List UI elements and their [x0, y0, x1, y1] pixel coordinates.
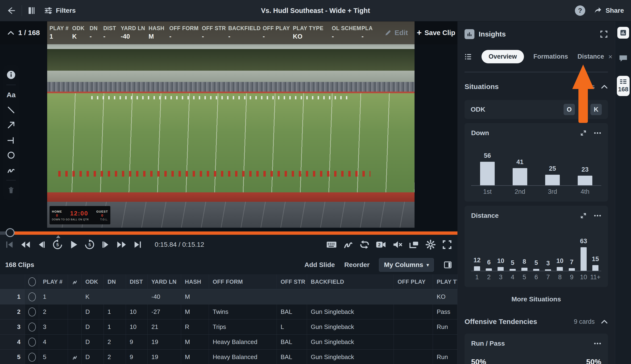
loop-button[interactable]: [359, 240, 370, 250]
rewind-5-button[interactable]: 5: [52, 240, 63, 250]
save-clip-button[interactable]: + Save Clip: [414, 21, 458, 44]
bar-3rd[interactable]: 25: [536, 165, 569, 185]
add-slide-button[interactable]: Add Slide: [304, 261, 335, 269]
table-header-cell[interactable]: PLAY TYP: [433, 274, 458, 289]
tab-overview[interactable]: Overview: [482, 50, 524, 63]
select-circle[interactable]: [28, 322, 36, 332]
insights-rail-button[interactable]: [617, 27, 629, 38]
table-header-cell[interactable]: HASH: [181, 274, 209, 289]
seek-bar[interactable]: [0, 232, 458, 235]
reorder-button[interactable]: Reorder: [344, 261, 369, 269]
arrow-tool[interactable]: [6, 120, 16, 130]
bar-8[interactable]: 10: [554, 257, 566, 271]
share-button[interactable]: Share: [594, 6, 624, 15]
previous-clip-button[interactable]: [4, 240, 15, 250]
video-frame[interactable]: HOME0 12:00 GUEST0 DOWN TO GO BALL ON QT…: [47, 21, 414, 228]
line-tool[interactable]: [6, 105, 16, 115]
bar-5[interactable]: 8: [519, 258, 530, 271]
table-header-cell[interactable]: OFF FORM: [209, 274, 277, 289]
expand-card-icon[interactable]: [580, 212, 587, 219]
table-header-cell[interactable]: [68, 274, 82, 289]
delete-drawing-tool[interactable]: [6, 185, 16, 196]
card-menu-icon[interactable]: [594, 214, 601, 217]
filters-button[interactable]: Filters: [44, 6, 76, 15]
select-circle[interactable]: [28, 338, 36, 346]
table-header-cell[interactable]: DN: [104, 274, 126, 289]
select-circle[interactable]: [28, 308, 36, 316]
odk-button-o[interactable]: O: [564, 104, 575, 115]
table-header-cell[interactable]: DIST: [126, 274, 148, 289]
select-circle[interactable]: [28, 292, 36, 301]
table-cell: 5: [0, 350, 25, 364]
bar-7[interactable]: 3: [542, 260, 554, 271]
comments-rail-button[interactable]: [619, 54, 628, 63]
seek-knob[interactable]: [6, 228, 15, 237]
edit-clip-button[interactable]: Edit: [385, 29, 408, 37]
table-row[interactable]: 33D11021RTripsLGun SinglebackRun: [0, 320, 458, 334]
card-list-icon[interactable]: [465, 53, 472, 60]
bar-9[interactable]: 7: [566, 258, 578, 271]
mute-button[interactable]: [392, 240, 403, 250]
fast-forward-button[interactable]: [116, 240, 127, 250]
more-situations-link[interactable]: More Situations: [465, 296, 608, 303]
overlay-column-play-: PLAY #1: [50, 25, 72, 40]
bar-1[interactable]: 12: [471, 257, 483, 271]
forward-5-button[interactable]: 5: [84, 240, 95, 250]
bar-4[interactable]: 5: [507, 259, 519, 271]
back-button[interactable]: [6, 6, 16, 16]
bar-11+[interactable]: 15: [589, 256, 601, 271]
bar-3[interactable]: 10: [495, 257, 507, 271]
frame-forward-button[interactable]: [100, 240, 111, 250]
rewind-button[interactable]: [20, 240, 31, 250]
next-clip-button[interactable]: [132, 240, 143, 250]
my-columns-dropdown[interactable]: My Columns ▾: [379, 258, 434, 272]
table-row[interactable]: 44D2919MHeavy BalancedBALGun Singleback: [0, 334, 458, 350]
block-line-tool[interactable]: [6, 135, 16, 145]
table-header-cell[interactable]: OFF PLAY: [394, 274, 433, 289]
clip-navigator[interactable]: 1 / 168: [0, 21, 47, 44]
card-menu-icon[interactable]: [594, 132, 601, 134]
close-tab-icon[interactable]: ×: [608, 53, 613, 61]
bar-6[interactable]: 5: [530, 259, 542, 271]
bar-2[interactable]: 6: [483, 259, 495, 271]
collapse-section-icon[interactable]: [601, 84, 608, 89]
down-chart: 56412523: [471, 145, 601, 186]
clips-rail-button[interactable]: 168: [617, 76, 629, 96]
text-tool[interactable]: Aa: [6, 90, 16, 100]
picture-in-picture-button[interactable]: [409, 240, 419, 250]
table-row[interactable]: 11K-40MKO: [0, 289, 458, 304]
card-menu-icon[interactable]: [594, 342, 601, 345]
table-row[interactable]: 22D110-27MTwinsBALGun SinglebackPass: [0, 304, 458, 320]
circle-tool[interactable]: [6, 150, 16, 160]
odk-button-k[interactable]: K: [590, 104, 602, 115]
play-button[interactable]: [68, 240, 79, 250]
expand-card-icon[interactable]: [580, 130, 587, 136]
side-panel-toggle[interactable]: [443, 260, 452, 269]
table-header-cell[interactable]: YARD LN: [148, 274, 181, 289]
collapse-section-icon[interactable]: [601, 319, 608, 324]
freehand-tool[interactable]: [6, 165, 16, 176]
bar-2nd[interactable]: 41: [504, 158, 536, 185]
tab-formations[interactable]: Formations: [533, 53, 568, 60]
table-row[interactable]: 55D2919MHeavy BalancedBALGun SinglebackR…: [0, 350, 458, 364]
expand-panel-button[interactable]: [600, 30, 608, 38]
table-header-cell[interactable]: BACKFIELD: [307, 274, 394, 289]
table-header-cell[interactable]: OFF STR: [277, 274, 307, 289]
column-layout-button[interactable]: [28, 6, 36, 14]
bar-4th[interactable]: 23: [569, 166, 601, 185]
help-button[interactable]: ?: [575, 6, 585, 16]
settings-button[interactable]: [426, 240, 436, 250]
bar-10[interactable]: 63: [578, 238, 589, 271]
table-header-cell[interactable]: PLAY #: [39, 274, 68, 289]
select-circle[interactable]: [28, 353, 36, 362]
camera-angle-button[interactable]: 2: [376, 240, 386, 250]
frame-back-button[interactable]: [36, 240, 47, 250]
telestration-button[interactable]: [343, 240, 353, 250]
fullscreen-button[interactable]: [442, 240, 452, 250]
tab-distance[interactable]: Distance: [577, 53, 604, 60]
table-header-cell[interactable]: ODK: [82, 274, 104, 289]
bar-1st[interactable]: 56: [471, 152, 504, 185]
info-tool[interactable]: [6, 70, 16, 80]
select-circle[interactable]: [28, 277, 36, 286]
keyboard-shortcuts-button[interactable]: [326, 240, 337, 250]
